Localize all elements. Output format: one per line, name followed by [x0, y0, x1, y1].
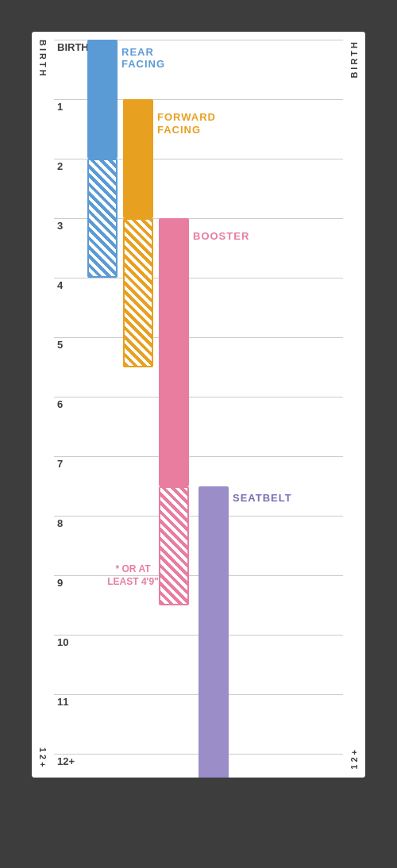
right-birth-top: BIRTH — [349, 40, 359, 79]
rear-facing-solid-bar — [87, 40, 118, 159]
chart-inner: BIRTH123456789101112+ REAR FACINGFORWARD… — [54, 32, 343, 778]
age-label-1: 1 — [54, 100, 63, 112]
age-label-4: 4 — [54, 278, 63, 290]
note-label: * OR AT LEAST 4'9" — [103, 563, 163, 588]
left-birth-top: BIRTH — [38, 40, 48, 79]
booster-label: BOOSTER — [193, 230, 249, 243]
age-label-2: 2 — [54, 159, 63, 171]
age-label-7: 7 — [54, 457, 63, 469]
age-label-3: 3 — [54, 219, 63, 231]
age-label-8: 8 — [54, 517, 63, 528]
seatbelt-label: SEATBELT — [233, 492, 292, 505]
forward-facing-label: FORWARD FACING — [157, 111, 216, 136]
right-side-label: BIRTH12+ — [343, 32, 365, 778]
age-label-11: 11 — [54, 695, 68, 707]
age-label-10: 10 — [54, 636, 68, 647]
page-title — [183, 0, 214, 32]
booster-hatch-bar — [159, 486, 189, 605]
seatbelt-solid-bar — [198, 486, 229, 778]
forward-facing-hatch-bar — [123, 218, 153, 367]
rear-facing-hatch-bar — [87, 159, 118, 278]
age-label-5: 5 — [54, 338, 63, 350]
rear-facing-label: REAR FACING — [121, 46, 165, 71]
age-label-6: 6 — [54, 398, 63, 409]
chart-wrapper: BIRTH12+ BIRTH123456789101112+ REAR FACI… — [32, 32, 365, 778]
right-12plus-bottom: 12+ — [349, 747, 359, 770]
age-label-9: 9 — [54, 576, 63, 588]
left-12plus-bottom: 12+ — [38, 747, 48, 770]
age-label-12+: 12+ — [54, 755, 75, 766]
forward-facing-solid-bar — [123, 99, 153, 218]
booster-solid-bar — [159, 218, 189, 486]
left-side-label: BIRTH12+ — [32, 32, 54, 778]
